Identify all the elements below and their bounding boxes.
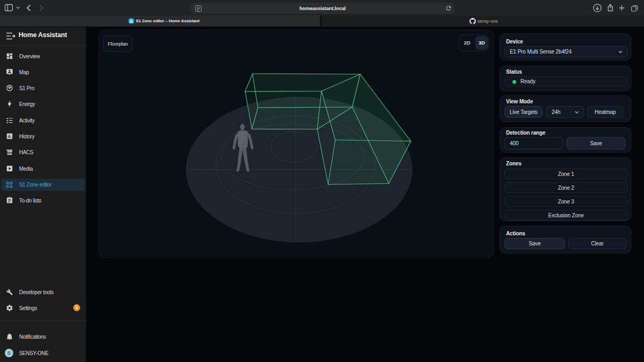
svg-text:HACS: HACS [7,153,12,155]
